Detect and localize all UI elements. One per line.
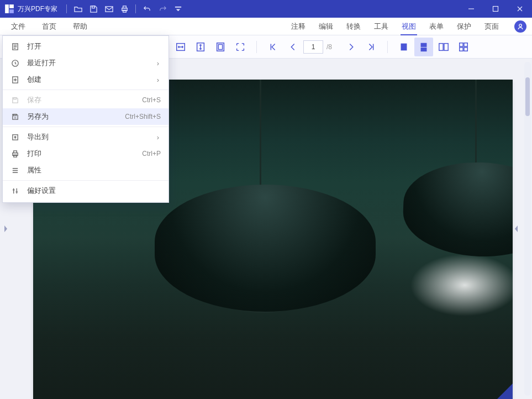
menu-file[interactable]: 文件	[4, 18, 32, 35]
document-icon	[10, 42, 19, 51]
user-account-button[interactable]	[514, 20, 526, 33]
mail-icon[interactable]	[101, 0, 117, 18]
tab-edit[interactable]: 编辑	[312, 18, 340, 35]
menu-label: 导出到	[27, 132, 155, 142]
svg-rect-6	[123, 6, 126, 8]
export-icon	[10, 133, 19, 141]
next-page-icon[interactable]	[342, 38, 361, 56]
scrollbar-thumb[interactable]	[525, 77, 530, 116]
svg-rect-34	[13, 150, 17, 153]
separator	[3, 180, 168, 181]
menu-item-preferences[interactable]: 偏好设置	[3, 182, 168, 199]
menu-item-save-as[interactable]: 另存为 Ctrl+Shift+S	[3, 108, 168, 125]
undo-icon[interactable]	[139, 0, 155, 18]
properties-icon	[10, 166, 19, 175]
svg-rect-4	[105, 6, 112, 11]
separator	[387, 41, 388, 53]
single-page-icon[interactable]	[394, 38, 413, 56]
menu-item-recent[interactable]: 最近打开 ›	[3, 55, 168, 71]
svg-rect-1	[9, 4, 14, 8]
svg-rect-35	[13, 155, 17, 157]
menu-item-print[interactable]: 打印 Ctrl+P	[3, 145, 168, 162]
svg-rect-26	[464, 47, 467, 50]
menu-item-save: 保存 Ctrl+S	[3, 92, 168, 108]
separator	[66, 4, 67, 13]
page-total-label: /8	[326, 43, 332, 51]
window-maximize-button[interactable]	[483, 0, 508, 18]
menu-label: 保存	[27, 95, 142, 105]
fit-width-icon[interactable]	[171, 38, 190, 56]
separator	[3, 90, 168, 90]
menu-home[interactable]: 首页	[35, 18, 63, 35]
menu-label: 最近打开	[27, 58, 155, 68]
svg-rect-10	[493, 7, 498, 12]
menu-label: 属性	[27, 165, 161, 175]
shortcut-label: Ctrl+Shift+S	[125, 113, 161, 120]
menu-label: 打印	[27, 149, 142, 159]
svg-rect-24	[464, 43, 467, 46]
tab-protect[interactable]: 保护	[450, 18, 478, 35]
two-page-icon[interactable]	[434, 38, 453, 56]
redo-icon[interactable]	[155, 0, 170, 18]
grid-view-icon[interactable]	[454, 38, 473, 56]
print-icon	[10, 149, 19, 158]
svg-rect-25	[460, 47, 463, 50]
svg-rect-23	[460, 43, 463, 46]
customize-quick-access-icon[interactable]	[170, 0, 186, 18]
separator	[135, 4, 136, 13]
svg-rect-19	[421, 43, 427, 46]
print-quick-icon[interactable]	[117, 0, 132, 18]
tab-page[interactable]: 页面	[478, 18, 505, 35]
menu-item-open[interactable]: 打开	[3, 38, 168, 55]
svg-rect-0	[5, 4, 9, 13]
menu-label: 偏好设置	[27, 186, 161, 196]
tab-form[interactable]: 表单	[423, 18, 450, 35]
menu-label: 另存为	[27, 112, 125, 122]
tab-convert[interactable]: 转换	[340, 18, 367, 35]
window-close-button[interactable]	[508, 0, 532, 18]
svg-rect-7	[123, 10, 126, 12]
separator	[256, 41, 257, 53]
svg-rect-18	[401, 43, 407, 50]
expand-right-panel-button[interactable]	[511, 59, 522, 399]
continuous-page-icon[interactable]	[414, 38, 433, 56]
last-page-icon[interactable]	[362, 38, 381, 56]
shortcut-label: Ctrl+S	[142, 96, 161, 104]
menubar: 文件 首页 帮助 注释 编辑 转换 工具 视图 表单 保护 页面	[0, 18, 532, 35]
fit-page-icon[interactable]	[211, 38, 230, 56]
tab-tool[interactable]: 工具	[367, 18, 395, 35]
actual-size-icon[interactable]	[231, 38, 250, 56]
fit-height-icon[interactable]	[191, 38, 210, 56]
first-page-icon[interactable]	[264, 38, 282, 56]
open-folder-icon[interactable]	[70, 0, 86, 18]
page-number-input[interactable]	[303, 40, 323, 54]
clock-icon	[10, 59, 19, 67]
tab-annotate[interactable]: 注释	[285, 18, 312, 35]
svg-rect-20	[421, 47, 427, 51]
titlebar: 万兴PDF专家	[0, 0, 532, 18]
vertical-scrollbar[interactable]	[524, 62, 531, 396]
submenu-chevron-icon: ›	[155, 59, 161, 67]
preferences-icon	[10, 186, 19, 195]
menu-label: 创建	[27, 75, 155, 85]
app-logo-icon	[4, 4, 14, 14]
svg-rect-22	[444, 43, 448, 50]
submenu-chevron-icon: ›	[155, 133, 161, 141]
tab-view[interactable]: 视图	[395, 18, 423, 35]
save-quick-icon[interactable]	[86, 0, 101, 18]
file-menu-dropdown: 打开 最近打开 › 创建 › 保存 Ctrl+S 另存为 Ctrl+Shift+…	[2, 35, 169, 203]
svg-rect-17	[218, 44, 222, 49]
menu-help[interactable]: 帮助	[66, 18, 94, 35]
prev-page-icon[interactable]	[283, 38, 302, 56]
separator	[3, 127, 168, 127]
menu-item-export[interactable]: 导出到 ›	[3, 129, 168, 145]
window-minimize-button[interactable]	[459, 0, 483, 18]
save-as-icon	[10, 112, 19, 121]
app-title: 万兴PDF专家	[18, 4, 57, 14]
save-icon	[10, 96, 19, 104]
menu-item-properties[interactable]: 属性	[3, 162, 168, 179]
svg-rect-8	[175, 6, 181, 7]
menu-item-create[interactable]: 创建 ›	[3, 71, 168, 88]
new-document-icon	[10, 75, 19, 84]
svg-point-13	[519, 24, 522, 27]
